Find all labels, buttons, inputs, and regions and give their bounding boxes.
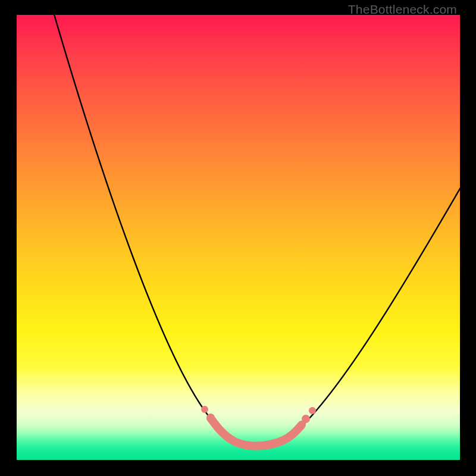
- bottleneck-curve: [17, 15, 460, 460]
- marker-left-2: [206, 414, 215, 422]
- chart-frame: TheBottleneck.com: [0, 0, 476, 476]
- marker-right-1: [302, 415, 310, 423]
- marker-left-1: [201, 406, 208, 413]
- marker-right-2: [309, 407, 316, 414]
- curve-sweet-spot: [211, 418, 302, 446]
- plot-area: [17, 15, 460, 460]
- curve-main: [54, 15, 460, 446]
- attribution-text: TheBottleneck.com: [348, 2, 457, 17]
